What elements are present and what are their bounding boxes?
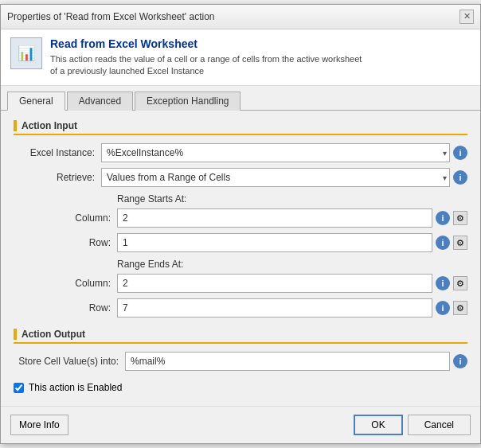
action-input-section: Action Input Excel Instance: %ExcelInsta… [14, 120, 467, 317]
store-cell-control: i [125, 352, 467, 371]
ok-button[interactable]: OK [354, 415, 402, 435]
store-cell-row: Store Cell Value(s) into: i [14, 352, 467, 371]
retrieve-select[interactable]: Values from a Range of Cells [101, 168, 450, 187]
range-end-row-label: Row: [14, 302, 117, 314]
store-cell-label: Store Cell Value(s) into: [14, 356, 125, 367]
range-end-column-info-button[interactable]: i [436, 276, 450, 290]
action-title: Read from Excel Worksheet [50, 37, 362, 50]
dialog-footer: More Info OK Cancel [1, 406, 480, 443]
range-start-row-input[interactable] [117, 233, 432, 252]
range-start-row-info-button[interactable]: i [436, 236, 450, 250]
range-start-row-control: i ⚙ [117, 233, 467, 252]
range-end-column-input[interactable] [117, 274, 432, 293]
more-info-button[interactable]: More Info [10, 415, 68, 435]
dialog-container: Properties of 'Read from Excel Worksheet… [0, 4, 481, 445]
store-cell-info-button[interactable]: i [453, 354, 467, 368]
range-start-column-input[interactable] [117, 208, 432, 228]
enabled-checkbox[interactable] [14, 383, 24, 393]
range-start-column-info-button[interactable]: i [436, 211, 450, 225]
range-end-column-control: i ⚙ [117, 274, 467, 293]
excel-instance-label: Excel Instance: [14, 147, 101, 158]
tab-general[interactable]: General [7, 92, 65, 111]
title-bar: Properties of 'Read from Excel Worksheet… [1, 5, 480, 29]
action-output-section: Action Output Store Cell Value(s) into: … [14, 329, 467, 371]
range-start-column-control: i ⚙ [117, 208, 467, 228]
enabled-checkbox-label: This action is Enabled [29, 382, 122, 393]
range-end-row-row: Row: i ⚙ [14, 298, 467, 317]
range-end-row-gear-button[interactable]: ⚙ [453, 301, 467, 315]
excel-instance-select-wrapper: %ExcelInstance% ▾ [101, 143, 450, 162]
action-output-title: Action Output [14, 329, 467, 344]
range-start-column-gear-button[interactable]: ⚙ [453, 211, 467, 225]
close-button[interactable]: ✕ [459, 10, 474, 24]
range-start-row-gear-button[interactable]: ⚙ [453, 236, 467, 250]
range-starts-label: Range Starts At: [117, 193, 467, 205]
retrieve-info-button[interactable]: i [453, 170, 467, 185]
tab-advanced[interactable]: Advanced [67, 92, 133, 111]
range-start-column-row: Column: i ⚙ [14, 208, 467, 228]
range-end-row-input[interactable] [117, 298, 432, 317]
retrieve-row: Retrieve: Values from a Range of Cells ▾… [14, 168, 467, 187]
excel-instance-info-button[interactable]: i [453, 146, 467, 160]
footer-buttons: OK Cancel [354, 415, 471, 435]
title-bar-text: Properties of 'Read from Excel Worksheet… [7, 11, 214, 22]
range-start-row-row: Row: i ⚙ [14, 233, 467, 252]
cancel-button[interactable]: Cancel [408, 415, 471, 435]
header-section: 📊 Read from Excel Worksheet This action … [1, 29, 480, 87]
retrieve-control: Values from a Range of Cells ▾ i [101, 168, 467, 187]
range-ends-label: Range Ends At: [117, 259, 467, 270]
range-end-column-row: Column: i ⚙ [14, 274, 467, 293]
tab-content: Action Input Excel Instance: %ExcelInsta… [1, 111, 480, 406]
action-input-title: Action Input [14, 120, 467, 135]
footer-left: More Info [10, 415, 68, 435]
range-end-row-info-button[interactable]: i [436, 301, 450, 315]
range-end-row-control: i ⚙ [117, 298, 467, 317]
tabs-bar: General Advanced Exception Handling [1, 86, 480, 111]
retrieve-select-wrapper: Values from a Range of Cells ▾ [101, 168, 450, 187]
store-cell-input[interactable] [125, 352, 450, 371]
retrieve-label: Retrieve: [14, 172, 101, 183]
excel-instance-control: %ExcelInstance% ▾ i [101, 143, 467, 162]
enabled-checkbox-row: This action is Enabled [14, 382, 467, 393]
action-icon: 📊 [10, 37, 42, 69]
range-end-column-label: Column: [14, 278, 117, 289]
range-end-column-gear-button[interactable]: ⚙ [453, 276, 467, 290]
tab-exception-handling[interactable]: Exception Handling [135, 92, 240, 111]
range-start-row-label: Row: [14, 237, 117, 248]
action-description: This action reads the value of a cell or… [50, 53, 362, 78]
range-start-column-label: Column: [14, 212, 117, 224]
excel-instance-select[interactable]: %ExcelInstance% [101, 143, 450, 162]
header-text: Read from Excel Worksheet This action re… [50, 37, 362, 78]
excel-instance-row: Excel Instance: %ExcelInstance% ▾ i [14, 143, 467, 162]
